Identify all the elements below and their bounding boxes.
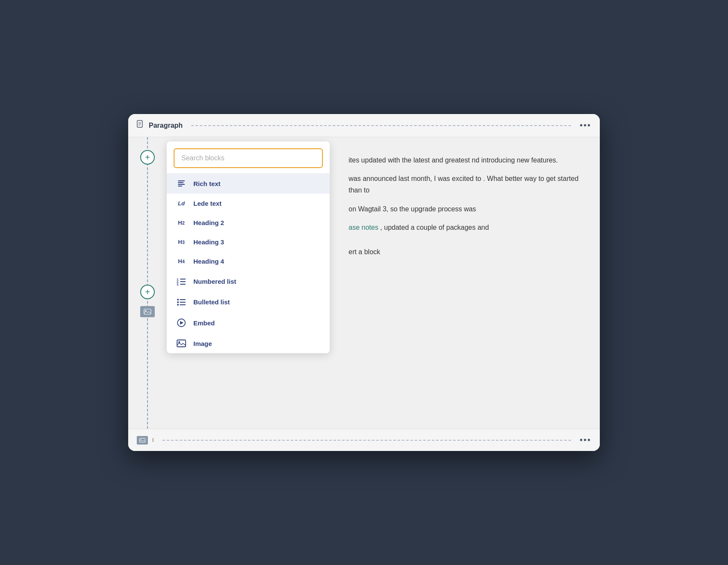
lede-text-label: Lede text (193, 200, 222, 207)
add-block-button-2[interactable]: + (140, 285, 155, 299)
search-blocks-input[interactable] (174, 148, 323, 168)
block-item-heading-3[interactable]: H3 Heading 3 (167, 232, 330, 252)
rich-text-label: Rich text (193, 180, 220, 187)
numbered-list-label: Numbered list (193, 278, 236, 285)
article-link[interactable]: ase notes (349, 224, 380, 231)
main-content: + + (128, 137, 600, 429)
bottom-label: I (152, 437, 154, 443)
block-item-heading-4[interactable]: H4 Heading 4 (167, 252, 330, 271)
page-title: Paragraph (149, 122, 183, 129)
sidebar-strip: + + (128, 137, 167, 429)
page-icon (137, 120, 144, 131)
block-list: Rich text Ld Lede text H2 Heading 2 H3 (167, 173, 330, 353)
heading-2-label: Heading 2 (193, 219, 224, 226)
heading-3-icon: H3 (175, 239, 187, 245)
block-item-rich-text[interactable]: Rich text (167, 173, 330, 194)
svg-rect-22 (140, 438, 145, 442)
more-button[interactable]: ••• (580, 120, 591, 130)
insert-block-hint: ert a block (349, 246, 581, 258)
heading-4-label: Heading 4 (193, 258, 224, 265)
block-picker-dropdown: Rich text Ld Lede text H2 Heading 2 H3 (167, 141, 330, 353)
article-paragraph-3: on Wagtail 3, so the upgrade process was (349, 203, 581, 215)
block-item-heading-2[interactable]: H2 Heading 2 (167, 213, 330, 232)
header-divider (191, 125, 571, 126)
image-label: Image (193, 340, 212, 347)
bottom-more-button[interactable]: ••• (580, 435, 591, 445)
block-item-bulleted-list[interactable]: Bulleted list (167, 292, 330, 312)
bottom-bar-left: I (137, 436, 154, 445)
plus-icon-2: + (145, 287, 150, 297)
dashed-vertical-line (147, 137, 148, 429)
search-wrapper (167, 141, 330, 173)
block-item-embed[interactable]: Embed (167, 312, 330, 334)
svg-point-16 (177, 304, 179, 306)
add-block-button-1[interactable]: + (140, 150, 155, 165)
embed-label: Embed (193, 319, 215, 327)
footer-divider (162, 440, 571, 441)
article-paragraph-2: was announced last month, I was excited … (349, 173, 581, 196)
bottom-bar: I ••• (128, 429, 600, 451)
article-text-area: ites updated with the latest and greates… (338, 146, 591, 273)
svg-text:3.: 3. (177, 283, 179, 286)
block-item-lede-text[interactable]: Ld Lede text (167, 194, 330, 213)
bottom-image-icon (137, 436, 148, 445)
plus-icon-1: + (145, 153, 150, 162)
article-paragraph-1: ites updated with the latest and greates… (349, 154, 581, 166)
heading-4-icon: H4 (175, 258, 187, 264)
numbered-list-icon: 1. 2. 3. (175, 277, 187, 286)
image-icon (175, 340, 187, 347)
main-window: Paragraph ••• + + (128, 114, 600, 451)
block-item-numbered-list[interactable]: 1. 2. 3. Numbered list (167, 271, 330, 292)
lede-text-icon: Ld (175, 200, 187, 207)
svg-point-12 (177, 299, 179, 301)
block-item-image[interactable]: Image (167, 334, 330, 353)
svg-point-23 (141, 439, 141, 440)
bulleted-list-label: Bulleted list (193, 298, 230, 306)
embed-icon (175, 318, 187, 328)
svg-marker-19 (180, 321, 184, 325)
image-thumb-button[interactable] (140, 306, 155, 317)
heading-3-label: Heading 3 (193, 238, 224, 246)
article-paragraph-4: ase notes , updated a couple of packages… (349, 222, 581, 233)
rich-text-icon (175, 179, 187, 188)
svg-point-14 (177, 301, 179, 303)
top-bar-left: Paragraph (137, 120, 183, 131)
heading-2-icon: H2 (175, 219, 187, 226)
bulleted-list-icon (175, 298, 187, 306)
top-bar: Paragraph ••• (128, 114, 600, 137)
content-panel: Rich text Ld Lede text H2 Heading 2 H3 (167, 137, 600, 429)
